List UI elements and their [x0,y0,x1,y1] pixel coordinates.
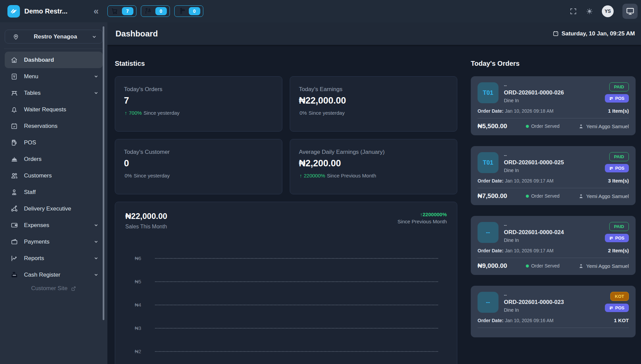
stat-card-todays-earnings: Today's Earnings ₦22,000.00 0% Since yes… [290,76,457,132]
chevron-down-icon [94,74,99,79]
location-pin-icon [12,33,19,40]
stat-value: 0 [124,158,273,169]
stat-value: ₦2,200.00 [299,158,448,169]
sidebar-item-staff[interactable]: Staff [5,184,103,200]
brand-area: Demo Restr... « [0,5,107,18]
cart-count: 7 [122,7,133,15]
gridline-row: ₦2 [135,340,443,363]
top-bar: Demo Restr... « 7 0 [0,0,641,22]
sidebar-item-dashboard[interactable]: Dashboard [5,52,103,68]
sidebar-item-expenses[interactable]: Expenses [5,217,103,233]
staff-name: Yemi Aggo Samuel [586,263,629,269]
sidebar-item-reports[interactable]: Reports [5,250,103,267]
order-card[interactable]: -- -- ORD-202601-0000-024 Dine In PAID P… [471,216,636,275]
calendar-icon [553,30,559,37]
order-date-row: Order Date: Jan 10, 2026 09:18 AM 1 Item… [478,108,629,114]
main-area: Dashboard Saturday, 10 Jan, 09:25 AM Sta… [107,22,641,364]
sidebar-item-pos[interactable]: POS [5,134,103,151]
table-tile: -- [478,222,498,243]
gridline-row: ₦5 [135,270,443,293]
location-selector[interactable]: Restro Yenagoa [5,30,103,44]
theme-toggle-button[interactable] [586,8,593,15]
status-badge: PAID [609,152,629,161]
source-badge: POS [605,94,629,103]
order-card-footer: ₦5,500.00 Order Served Yemi Aggo Samuel [478,122,629,130]
order-state-label: Order Served [531,123,560,129]
reception-counter-button[interactable]: 0 [141,5,170,17]
sidebar-item-menu[interactable]: Menu [5,68,103,85]
page-header: Dashboard Saturday, 10 Jan, 09:25 AM [107,22,641,45]
y-axis-tick: ₦3 [135,325,146,331]
calendar-check-icon [10,122,18,130]
cart-icon [111,7,119,15]
y-axis-tick: ₦6 [135,255,146,261]
wallet-icon [10,221,18,229]
order-amount: ₦9,000.00 [478,262,507,270]
sidebar-item-label: Menu [24,73,88,80]
app-logo[interactable] [7,5,20,18]
todays-orders-heading: Today's Orders [471,60,636,67]
sidebar-item-tables[interactable]: Tables [5,85,103,101]
sidebar-item-delivery-executive[interactable]: Delivery Executive [5,200,103,217]
order-ref: -- [504,292,599,298]
delta-suffix: Since Previous Month [398,219,447,224]
sidebar-item-label: Expenses [24,222,88,229]
fullscreen-button[interactable] [569,7,577,15]
order-info: -- ORD-202601-0000-023 Dine In [504,292,599,313]
stat-label: Today's Earnings [299,86,448,93]
chevron-down-icon [94,272,99,277]
stat-value: ₦22,000.00 [299,95,448,106]
order-channel: Dine In [504,168,599,173]
delta-suffix: Since yesterday [309,110,345,116]
page-title: Dashboard [116,29,158,38]
stat-label: Today's Customer [124,149,273,156]
delta-suffix: Since yesterday [134,173,170,178]
sidebar-collapse-icon[interactable]: « [94,7,101,16]
order-card[interactable]: T01 -- ORD-202601-0000-025 Dine In PAID … [471,146,636,205]
y-axis-tick: ₦5 [135,279,146,284]
customer-site-link[interactable]: Customer Site [5,285,103,292]
gridline-row: ₦4 [135,293,443,316]
sidebar-item-reservations[interactable]: Reservations [5,118,103,134]
order-staff: Yemi Aggo Samuel [578,263,629,269]
pos-grid-icon [609,236,613,240]
sidebar-scrollbar[interactable] [103,26,104,320]
source-label: POS [615,96,624,101]
stat-delta: 0% Since yesterday [299,110,448,116]
gridline [155,328,438,329]
cart-counter-button[interactable]: 7 [107,5,136,17]
order-card[interactable]: T01 -- ORD-202601-0000-026 Dine In PAID … [471,76,636,135]
person-icon [578,123,584,129]
datetime-text: Saturday, 10 Jan, 09:25 AM [562,30,635,37]
order-ref: -- [504,223,599,228]
dashboard-content: Statistics Today's Orders 7 ↑ 700% Since… [107,45,641,364]
pos-grid-icon [609,96,613,101]
order-staff: Yemi Aggo Samuel [578,123,629,129]
table-icon [10,89,18,97]
cash-register-icon [10,271,18,279]
sidebar-item-payments[interactable]: Payments [5,233,103,250]
cloche-icon [10,155,18,163]
order-card-top: T01 -- ORD-202601-0000-025 Dine In PAID … [478,152,629,173]
order-date-label: Order Date: [478,248,504,253]
source-label: POS [615,235,624,241]
pos-grid-icon [609,166,613,170]
reception-icon [144,7,152,15]
order-date-label: Order Date: [478,178,504,184]
sidebar-item-customers[interactable]: Customers [5,167,103,184]
app-name: Demo Restr... [24,7,68,15]
order-amount: ₦7,500.00 [478,192,507,200]
sidebar-item-cash-register[interactable]: Cash Register [5,267,103,283]
sidebar-item-label: Tables [24,90,88,96]
order-date-value: Jan 10, 2026 09:17 AM [505,178,554,184]
display-mode-button[interactable] [622,4,638,19]
sidebar-item-waiter-requests[interactable]: Waiter Requests [5,101,103,118]
sidebar-item-orders[interactable]: Orders [5,151,103,167]
order-staff: Yemi Aggo Samuel [578,193,629,199]
sidebar-item-label: POS [24,139,99,146]
order-card-divider [478,118,629,118]
sidebar-item-label: Reservations [24,123,99,130]
user-avatar[interactable]: YS [602,5,614,17]
order-card[interactable]: -- -- ORD-202601-0000-023 Dine In KOT PO… [471,286,636,337]
waiter-counter-button[interactable]: 0 [174,5,203,17]
